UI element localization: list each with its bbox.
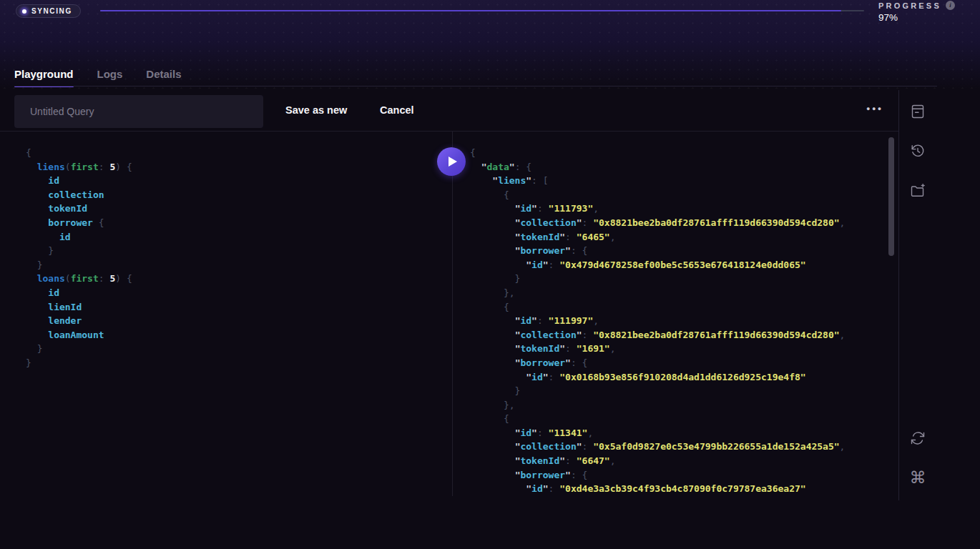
saved-queries-icon[interactable] xyxy=(909,103,926,120)
tab-details[interactable]: Details xyxy=(146,68,181,87)
tab-logs[interactable]: Logs xyxy=(97,68,123,87)
playground-app: SYNCING PROGRESS i 97% Playground Logs D… xyxy=(0,0,980,549)
progress-value: 97% xyxy=(878,12,955,23)
result-scrollbar-thumb[interactable] xyxy=(888,137,894,256)
tab-playground[interactable]: Playground xyxy=(14,68,74,87)
sync-progress-bar xyxy=(100,10,864,11)
save-as-new-button[interactable]: Save as new xyxy=(285,104,347,116)
history-icon[interactable] xyxy=(909,142,926,159)
info-icon[interactable]: i xyxy=(946,1,955,10)
editor-result-divider xyxy=(452,132,453,496)
progress-readout: PROGRESS i 97% xyxy=(878,1,955,23)
sync-progress-fill xyxy=(100,10,841,11)
more-options-icon[interactable]: ●●● xyxy=(866,105,883,112)
query-editor[interactable]: { liens(first: 5) { id collection tokenI… xyxy=(26,146,441,375)
syncing-status-badge: SYNCING xyxy=(16,4,81,18)
new-folder-icon[interactable] xyxy=(909,182,926,199)
tab-bar: Playground Logs Details xyxy=(14,68,182,87)
command-icon[interactable]: ⌘ xyxy=(909,469,926,486)
cancel-button[interactable]: Cancel xyxy=(380,104,414,116)
result-viewer: { "data": { "liens": [ { "id": "111793",… xyxy=(470,146,888,498)
toolbar-divider xyxy=(0,131,898,132)
tabs-divider xyxy=(14,86,937,86)
syncing-label: SYNCING xyxy=(31,7,72,15)
play-icon xyxy=(449,157,457,167)
refresh-icon[interactable] xyxy=(909,430,926,447)
execute-query-button[interactable] xyxy=(437,147,466,176)
progress-label: PROGRESS xyxy=(878,1,941,10)
sidebar-divider xyxy=(898,90,899,500)
sync-dot-icon xyxy=(22,9,26,14)
query-name-input[interactable] xyxy=(14,95,263,128)
